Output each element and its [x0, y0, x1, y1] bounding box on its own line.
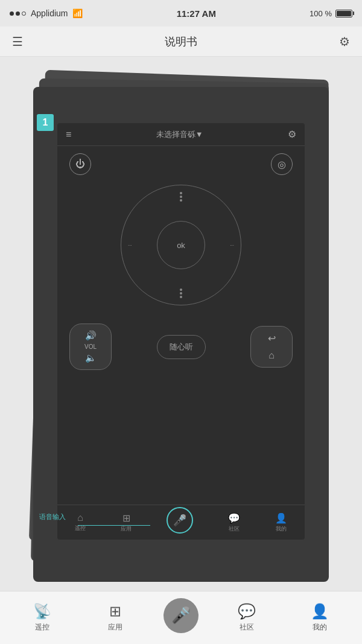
header: ☰ 说明书 ⚙	[0, 27, 362, 57]
dpad-container: ··· ok ···	[121, 185, 241, 305]
source-icon: ◎	[278, 159, 286, 170]
remote-bottom-nav: ⌂ 遥控 ⊞ 应用 🎤 💬 社区 👤	[57, 505, 305, 540]
power-button[interactable]: ⏻	[69, 153, 91, 175]
remote-mic-icon: 🎤	[173, 514, 186, 527]
remote-gear-icon[interactable]: ⚙	[288, 129, 296, 140]
bottom-mic-icon: 🎤	[171, 606, 191, 625]
remote-top-bar: ≡ 未选择音砾▼ ⚙	[57, 123, 305, 146]
dot-up-2	[180, 196, 182, 198]
bottom-nav-apps[interactable]: ⊞ 应用	[91, 603, 139, 633]
remote-title: 未选择音砾▼	[156, 129, 203, 140]
remote-nav-mine[interactable]: 👤 我的	[275, 512, 287, 533]
dpad-right[interactable]: ···	[230, 243, 234, 248]
voice-input-arrow	[78, 525, 150, 526]
remote-nav-mine-icon: 👤	[275, 512, 287, 524]
dot-up-3	[180, 199, 182, 202]
bottom-nav-mine-icon: 👤	[311, 603, 329, 620]
bottom-nav-apps-label: 应用	[108, 622, 122, 633]
right-dots-label: ···	[230, 243, 234, 248]
random-button[interactable]: 随心听	[157, 335, 206, 359]
status-bar: Applidium 📶 11:27 AM 100 %	[0, 0, 362, 27]
main-area: 2 1 ≡ 未选择音砾▼ ⚙ ⏻	[0, 57, 362, 591]
power-source-row: ⏻ ◎	[69, 153, 293, 175]
dot-down-1	[180, 289, 182, 291]
battery-label: 100 %	[310, 9, 332, 18]
header-title: 说明书	[165, 34, 197, 49]
back-button[interactable]: ↩	[268, 333, 276, 344]
battery-bar	[335, 10, 352, 18]
wifi-icon: 📶	[72, 8, 83, 18]
remote-menu-icon[interactable]: ≡	[66, 129, 71, 140]
signal-dots	[10, 11, 26, 16]
remote-content: ⏻ ◎	[57, 146, 305, 505]
bottom-nav-mine[interactable]: 👤 我的	[296, 603, 344, 633]
vol-label: VOL	[84, 343, 97, 350]
remote-nav-apps[interactable]: ⊞ 应用	[121, 512, 132, 533]
remote-nav-mine-label: 我的	[276, 525, 287, 533]
bottom-nav-community[interactable]: 💬 社区	[223, 603, 271, 633]
dpad-up[interactable]	[180, 192, 182, 202]
bottom-nav-remote-label: 遥控	[35, 622, 49, 633]
vol-up-icon[interactable]: 🔊	[85, 330, 97, 341]
ok-button[interactable]: ok	[157, 221, 205, 269]
bottom-buttons-row: 🔊 VOL 🔈 随心听 ↩ ⌂	[69, 324, 293, 370]
settings-icon[interactable]: ⚙	[339, 34, 350, 49]
volume-group: 🔊 VOL 🔈	[69, 324, 112, 370]
back-home-group: ↩ ⌂	[250, 326, 293, 368]
remote-nav-remote-icon: ⌂	[77, 512, 83, 523]
page-number-badge: 1	[37, 114, 54, 131]
bottom-nav-mine-label: 我的	[313, 622, 327, 633]
remote-nav-apps-label: 应用	[121, 525, 132, 533]
remote-nav-mic-button[interactable]: 🎤	[167, 507, 193, 534]
dot1	[10, 11, 14, 16]
bottom-nav-apps-icon: ⊞	[109, 603, 121, 620]
home-button[interactable]: ⌂	[268, 350, 275, 361]
menu-icon[interactable]: ☰	[12, 34, 23, 49]
remote-nav-community-label: 社区	[229, 525, 240, 533]
dot-up-1	[180, 192, 182, 194]
remote-nav-remote[interactable]: ⌂ 遥控	[75, 512, 86, 532]
battery-fill	[337, 11, 351, 16]
remote-nav-apps-icon: ⊞	[122, 512, 130, 524]
dot3	[22, 11, 26, 16]
dpad-down[interactable]	[180, 289, 182, 298]
dpad-left[interactable]: ···	[128, 243, 132, 248]
remote-nav-community[interactable]: 💬 社区	[228, 512, 240, 533]
bottom-nav: 📡 遥控 ⊞ 应用 🎤 💬 社区 👤 我的	[0, 591, 362, 644]
status-left: Applidium 📶	[10, 8, 83, 18]
voice-input-label: 语音输入	[39, 512, 66, 521]
status-right: 100 %	[310, 9, 352, 18]
bottom-nav-mic-button[interactable]: 🎤	[164, 598, 198, 633]
power-icon: ⏻	[75, 159, 85, 170]
dot-down-3	[180, 296, 182, 298]
left-dots-label: ···	[128, 243, 132, 248]
dot-down-2	[180, 292, 182, 295]
remote-ui: ≡ 未选择音砾▼ ⚙ ⏻ ◎	[57, 123, 305, 540]
vol-down-icon[interactable]: 🔈	[85, 352, 97, 363]
page-stack: 2 1 ≡ 未选择音砾▼ ⚙ ⏻	[33, 75, 329, 588]
bottom-nav-remote-icon: 📡	[33, 603, 51, 620]
remote-nav-community-icon: 💬	[228, 512, 240, 524]
ok-label: ok	[177, 241, 185, 250]
bottom-nav-remote[interactable]: 📡 遥控	[18, 603, 66, 633]
bottom-nav-community-label: 社区	[240, 622, 254, 633]
page-card-1: 1 ≡ 未选择音砾▼ ⚙ ⏻ ◎	[33, 87, 329, 582]
bottom-nav-community-icon: 💬	[238, 603, 256, 620]
status-time: 11:27 AM	[177, 8, 216, 19]
dot2	[16, 11, 20, 16]
carrier-label: Applidium	[31, 8, 68, 18]
source-button[interactable]: ◎	[271, 153, 293, 175]
